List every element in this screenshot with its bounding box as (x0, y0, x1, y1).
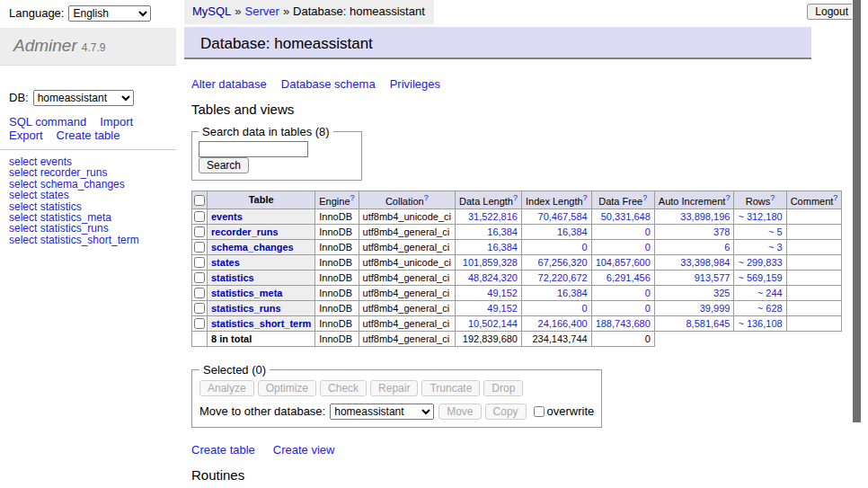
row-select-cell (192, 285, 208, 300)
table-name-link[interactable]: statistics_runs (211, 303, 281, 314)
selected-legend: Selected (0) (199, 363, 270, 377)
breadcrumb-separator: » (283, 4, 289, 18)
create-link[interactable]: Create table (191, 443, 255, 457)
tables-table-head: TableEngine?Collation?Data Length?Index … (192, 191, 842, 209)
table-name-cell: statistics (208, 270, 315, 285)
search-button[interactable]: Search (199, 157, 249, 173)
column-help-link[interactable]: ? (642, 193, 647, 202)
logout-button[interactable]: Logout (807, 4, 856, 20)
row-checkbox[interactable] (194, 288, 205, 298)
sidebar-table-link[interactable]: select statistics_runs (9, 223, 176, 234)
rows-count-link[interactable]: ~ 628 (757, 303, 783, 314)
column-header-label: Table (249, 194, 274, 205)
column-header: Index Length? (521, 191, 591, 209)
rows-count-cell: ~ 5 (734, 224, 786, 239)
routines-heading: Routines (191, 467, 831, 483)
column-help-link[interactable]: ? (770, 193, 775, 202)
column-help-link[interactable]: ? (350, 193, 355, 202)
data-length-cell: 101,859,328 (456, 254, 522, 270)
engine-cell: InnoDB (315, 209, 359, 224)
sidebar-action-link[interactable]: Create table (57, 129, 120, 142)
row-checkbox[interactable] (194, 226, 205, 237)
rows-count-cell: ~ 244 (734, 285, 786, 300)
language-select[interactable]: English (68, 5, 151, 22)
column-help-link[interactable]: ? (583, 193, 588, 202)
rows-count-link[interactable]: ~ 569,159 (738, 272, 782, 283)
database-nav-link[interactable]: Privileges (390, 77, 440, 91)
sidebar-table-link[interactable]: select states (9, 190, 176, 200)
sidebar-action-link[interactable]: Import (100, 115, 133, 129)
row-checkbox[interactable] (194, 318, 205, 329)
sidebar-action-link[interactable]: SQL command (9, 115, 86, 129)
data-free-cell: 50,331,648 (591, 209, 654, 224)
index-length-cell: 0 (521, 300, 591, 315)
row-checkbox[interactable] (194, 272, 205, 283)
rows-count-link[interactable]: ~ 3 (768, 242, 783, 253)
table-row: recorder_runsInnoDButf8mb4_general_ci16,… (192, 224, 842, 239)
selected-action-button[interactable]: Truncate (421, 380, 480, 396)
selected-action-button[interactable]: Analyze (199, 380, 254, 396)
rows-count-link[interactable]: ~ 136,108 (738, 318, 782, 329)
table-name-link[interactable]: schema_changes (211, 242, 294, 253)
search-legend: Search data in tables (8) (199, 125, 333, 138)
auto-increment-cell: 6 (654, 239, 734, 254)
column-help-link[interactable]: ? (725, 193, 730, 202)
column-help-link[interactable]: ? (833, 193, 837, 202)
breadcrumb-current: Database: homeassistant (293, 4, 425, 18)
select-all-checkbox[interactable] (194, 195, 205, 206)
selected-action-button[interactable]: Repair (370, 380, 418, 396)
table-name-link[interactable]: statistics_meta (211, 288, 283, 298)
breadcrumb-server-link[interactable]: Server (245, 4, 279, 18)
selected-action-button[interactable]: Drop (483, 380, 523, 396)
create-link[interactable]: Create view (273, 443, 335, 457)
column-header-label: Rows (746, 196, 771, 207)
column-help-link[interactable]: ? (513, 193, 518, 202)
collation-cell: utf8mb4_general_ci (359, 300, 455, 315)
selected-action-button[interactable]: Check (320, 380, 367, 396)
database-nav-link[interactable]: Alter database (191, 77, 267, 91)
column-header-label: Collation (385, 196, 424, 207)
sidebar-divider (0, 149, 176, 150)
selected-action-button[interactable]: Optimize (258, 380, 316, 396)
rows-count-cell: ~ 3 (734, 239, 786, 254)
row-checkbox[interactable] (194, 242, 205, 253)
sidebar-table-link[interactable]: select recorder_runs (9, 167, 176, 178)
database-nav-link[interactable]: Database schema (281, 77, 376, 91)
breadcrumb-mysql-link[interactable]: MySQL (192, 4, 231, 18)
index-length-cell: 67,256,320 (521, 254, 591, 270)
rows-count-link[interactable]: ~ 312,180 (738, 211, 782, 222)
rows-count-cell: ~ 628 (734, 300, 786, 315)
data-length-cell: 16,384 (456, 239, 522, 254)
sidebar-table-links: select eventsselect recorder_runsselect … (9, 156, 176, 245)
move-action-button[interactable]: Copy (485, 404, 527, 420)
table-name-link[interactable]: statistics (211, 272, 254, 283)
column-header-label: Index Length (526, 196, 583, 207)
column-header: Collation? (359, 191, 455, 209)
rows-count-link[interactable]: ~ 5 (768, 226, 783, 237)
move-action-button[interactable]: Move (438, 404, 481, 420)
db-select[interactable]: homeassistant (33, 90, 134, 106)
search-input[interactable] (199, 141, 308, 157)
overwrite-checkbox[interactable] (534, 406, 545, 417)
row-checkbox[interactable] (194, 211, 205, 222)
table-name-link[interactable]: states (211, 257, 240, 268)
column-help-link[interactable]: ? (424, 193, 429, 202)
row-select-cell (192, 209, 208, 224)
main-content: Alter databaseDatabase schemaPrivileges … (191, 59, 831, 488)
data-free-cell: 104,857,600 (591, 254, 654, 270)
data-length-cell: 10,502,144 (456, 315, 522, 331)
table-row: statisticsInnoDButf8mb4_general_ci48,824… (192, 270, 842, 285)
sidebar-table-link[interactable]: select statistics_short_term (9, 235, 176, 245)
sidebar-action-link[interactable]: Export (9, 129, 43, 142)
row-checkbox[interactable] (194, 303, 205, 314)
rows-count-link[interactable]: ~ 299,833 (738, 257, 782, 268)
table-name-link[interactable]: statistics_short_term (211, 318, 311, 329)
row-checkbox[interactable] (194, 257, 205, 268)
table-name-link[interactable]: recorder_runs (211, 226, 279, 237)
move-db-select[interactable]: homeassistant (330, 404, 434, 420)
table-name-link[interactable]: events (211, 211, 243, 222)
scrollbar-thumb[interactable] (853, 0, 861, 422)
rows-count-link[interactable]: ~ 244 (757, 288, 783, 298)
language-row: Language:English (0, 0, 176, 22)
total-engine-cell: InnoDB (315, 331, 359, 346)
